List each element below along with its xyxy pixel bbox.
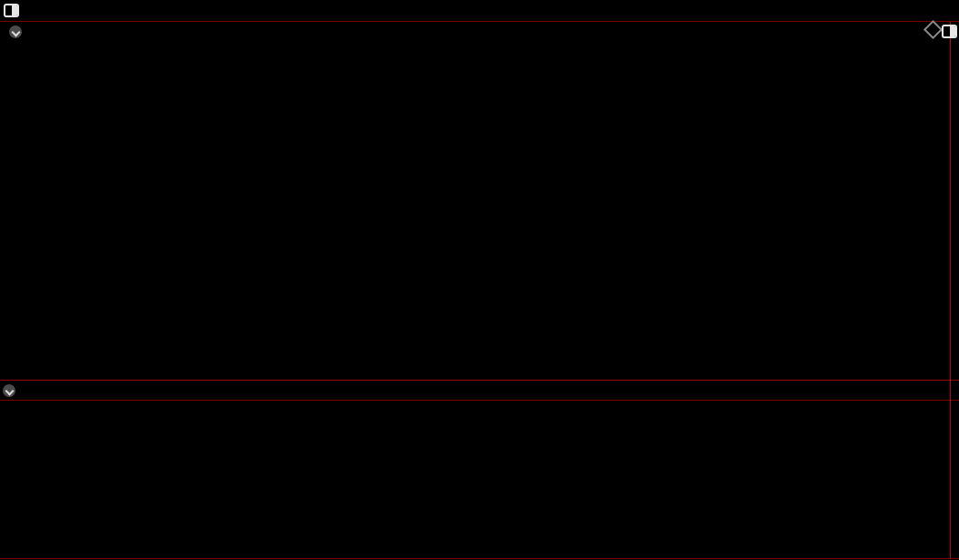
- period-toolbar: [0, 0, 959, 22]
- volume-header: [0, 381, 959, 401]
- chart-window: [0, 0, 959, 560]
- main-candle-chart[interactable]: [0, 22, 959, 380]
- bottom-border: [0, 558, 959, 559]
- panel-toggle-icon[interactable]: [4, 4, 19, 17]
- right-axis-border: [950, 22, 951, 559]
- panel-toggle-icon[interactable]: [942, 25, 957, 38]
- chevron-down-icon[interactable]: [3, 384, 15, 397]
- volume-panel[interactable]: [0, 401, 959, 559]
